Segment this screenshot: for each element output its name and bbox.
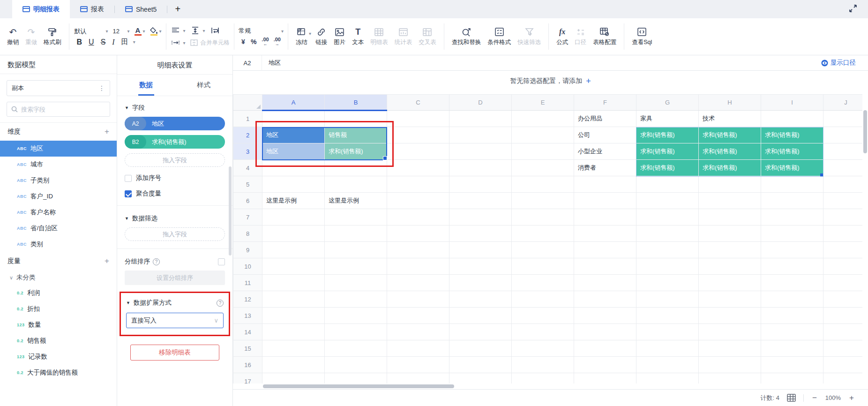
cell[interactable] (325, 242, 387, 258)
cell[interactable] (325, 111, 387, 127)
cell-a6[interactable]: 这里是示例 (262, 193, 325, 209)
cell[interactable] (823, 111, 863, 127)
cell[interactable] (262, 324, 325, 340)
cell[interactable] (636, 176, 699, 193)
cell[interactable] (449, 143, 512, 160)
merge-cells-button[interactable]: 合并单元格 (190, 38, 230, 48)
underline-button[interactable]: U (85, 38, 97, 46)
cell[interactable] (512, 340, 574, 357)
cell[interactable] (387, 160, 449, 176)
col-header-H[interactable]: H (699, 95, 761, 111)
measures-group-uncategorized[interactable]: ∨ 未分类 (0, 270, 117, 285)
horizontal-align-icon[interactable] (171, 25, 181, 36)
cell[interactable] (699, 324, 761, 340)
chevron-down-icon[interactable]: ▾ (143, 29, 145, 34)
cell[interactable] (761, 242, 823, 258)
cell[interactable] (262, 176, 325, 193)
cell[interactable] (325, 176, 387, 193)
cell[interactable] (574, 226, 636, 242)
cell[interactable] (325, 373, 387, 384)
cell[interactable] (636, 193, 699, 209)
drag-field-dropzone[interactable]: 拖入字段 (125, 153, 225, 167)
col-header-C[interactable]: C (387, 95, 449, 111)
cell[interactable] (823, 308, 863, 324)
cell[interactable] (387, 242, 449, 258)
percent-format-button[interactable]: % (248, 38, 259, 45)
row-header-10[interactable]: 10 (233, 258, 262, 275)
cell[interactable] (325, 275, 387, 291)
row-header-12[interactable]: 12 (233, 291, 262, 308)
cell[interactable] (636, 209, 699, 226)
cell-i1[interactable]: 技术 (699, 111, 761, 127)
cell[interactable] (449, 193, 512, 209)
cell[interactable] (823, 127, 863, 143)
wrap-text-icon[interactable] (210, 25, 220, 36)
cell[interactable] (449, 226, 512, 242)
col-header-D[interactable]: D (449, 95, 512, 111)
cell[interactable] (449, 176, 512, 193)
cell[interactable] (636, 258, 699, 275)
cell[interactable] (387, 373, 449, 384)
cell[interactable] (387, 291, 449, 308)
measure-item-profit[interactable]: 0.2 利润 (0, 285, 117, 301)
cell[interactable] (761, 193, 823, 209)
dimension-item-customer-name[interactable]: ABC 客户名称 (0, 204, 117, 220)
cell[interactable] (699, 176, 761, 193)
cell[interactable] (449, 324, 512, 340)
row-header-7[interactable]: 7 (233, 209, 262, 226)
font-color-button[interactable]: A (135, 27, 142, 36)
cell-b2[interactable]: 销售额 (325, 127, 387, 143)
cell[interactable] (823, 226, 863, 242)
cell[interactable] (699, 308, 761, 324)
cell[interactable] (512, 193, 574, 209)
dataset-select[interactable]: 副本 ⋮ (7, 80, 110, 96)
fields-section-header[interactable]: ▼ 字段 (125, 104, 225, 112)
chevron-down-icon[interactable]: ▾ (203, 28, 205, 33)
cell[interactable] (449, 209, 512, 226)
cell[interactable] (823, 143, 863, 160)
dimension-item-city[interactable]: ABC 城市 (0, 157, 117, 173)
cell-i3[interactable]: 求和(销售额) (761, 143, 823, 160)
cell-name-box[interactable]: A2 (233, 55, 262, 71)
selection-fill-handle[interactable] (383, 156, 387, 160)
cell-i4[interactable]: 求和(销售额) (761, 160, 823, 176)
vertical-scrollbar[interactable] (863, 110, 867, 153)
cell[interactable] (512, 127, 574, 143)
col-header-E[interactable]: E (512, 95, 574, 111)
image-button[interactable]: 图片 (330, 27, 349, 46)
cell[interactable] (761, 111, 823, 127)
caliber-button[interactable]: 口径 (571, 27, 590, 46)
increase-decimal-button[interactable]: .00 → (271, 37, 283, 46)
add-sheet-button[interactable]: + (167, 0, 188, 18)
row-header-9[interactable]: 9 (233, 242, 262, 258)
cell[interactable] (761, 258, 823, 275)
zoom-in-button[interactable]: + (848, 393, 855, 403)
cell[interactable] (574, 357, 636, 373)
group-sort-checkbox[interactable] (218, 258, 225, 265)
cell[interactable] (512, 143, 574, 160)
chevron-down-icon[interactable]: ▾ (133, 39, 135, 45)
cell[interactable] (512, 111, 574, 127)
cell-g2[interactable]: 求和(销售额) (636, 127, 699, 143)
view-sql-button[interactable]: 查看Sql (629, 27, 655, 46)
formula-button[interactable]: fx 公式 (553, 27, 571, 46)
cell-g3[interactable]: 求和(销售额) (636, 143, 699, 160)
undo-button[interactable]: ↶ 撤销 (4, 27, 22, 46)
cell-i2[interactable]: 求和(销售额) (761, 127, 823, 143)
cross-table-button[interactable]: 交叉表 (415, 27, 440, 46)
cell[interactable] (387, 176, 449, 193)
row-header-17[interactable]: 17 (233, 373, 262, 384)
cell[interactable] (387, 275, 449, 291)
checkbox-unchecked[interactable] (125, 175, 132, 182)
chevron-down-icon[interactable]: ▾ (309, 31, 311, 36)
cell[interactable] (262, 258, 325, 275)
aggregate-checkbox-row[interactable]: 聚合度量 (125, 189, 225, 198)
show-caliber-link[interactable]: 显示口径 (821, 59, 868, 67)
cell[interactable] (699, 242, 761, 258)
cell[interactable] (699, 275, 761, 291)
cell[interactable] (699, 258, 761, 275)
select-all-corner[interactable] (233, 95, 262, 111)
cell-g1[interactable]: 办公用品 (574, 111, 636, 127)
cell[interactable] (761, 357, 823, 373)
cell[interactable] (262, 226, 325, 242)
